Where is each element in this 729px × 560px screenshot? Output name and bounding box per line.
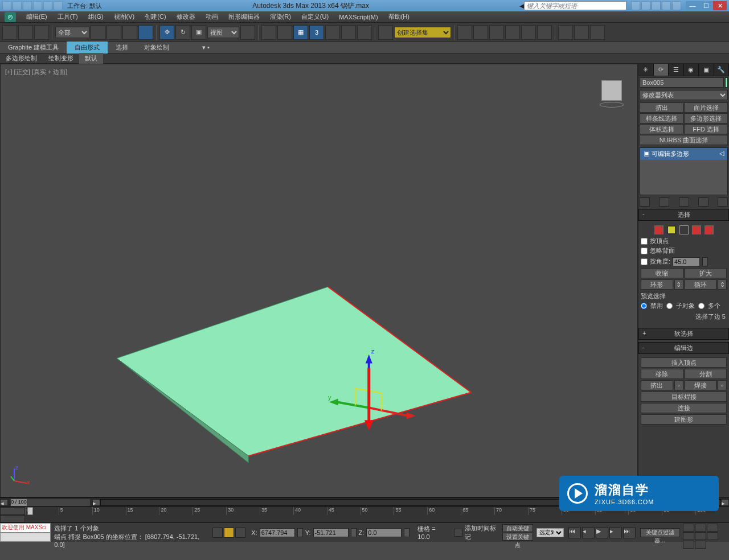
select-by-name-icon[interactable] xyxy=(107,25,121,40)
undo-icon[interactable] xyxy=(33,1,42,10)
curve-editor-icon[interactable] xyxy=(505,25,520,40)
open-icon[interactable] xyxy=(13,1,22,10)
autokey-button[interactable]: 自动关键点 xyxy=(502,524,533,532)
by-vertex-checkbox[interactable]: 按顶点 xyxy=(641,237,727,245)
menu-help[interactable]: 帮助(H) xyxy=(388,13,409,21)
btn-ffdsel[interactable]: FFD 选择 xyxy=(684,124,728,134)
btn-patchsel[interactable]: 面片选择 xyxy=(684,102,728,113)
window-crossing-icon[interactable] xyxy=(138,25,153,40)
goto-end-icon[interactable]: ⏭ xyxy=(623,527,636,538)
transform-typein-icon[interactable] xyxy=(235,528,245,538)
lock-selection-icon[interactable] xyxy=(212,528,223,538)
remove-mod-icon[interactable] xyxy=(698,197,708,207)
layers-icon[interactable] xyxy=(489,25,504,40)
x-input[interactable] xyxy=(260,528,295,537)
unlink-tool-icon[interactable] xyxy=(18,25,33,40)
preview-off-radio[interactable] xyxy=(641,303,647,309)
border-level-icon[interactable] xyxy=(679,225,689,234)
insert-vertex-button[interactable]: 插入顶点 xyxy=(641,357,727,368)
y-input[interactable] xyxy=(313,528,349,537)
edge-level-icon[interactable] xyxy=(667,225,676,234)
mirror-icon[interactable] xyxy=(457,25,472,40)
angle-value-input[interactable] xyxy=(673,257,700,266)
trackbar-btn1-icon[interactable] xyxy=(0,507,25,515)
app-logo-icon[interactable]: ⊚ xyxy=(5,12,16,22)
listener-output[interactable]: 欢迎使用 MAXSci xyxy=(0,523,51,533)
element-level-icon[interactable] xyxy=(705,225,714,234)
menu-views[interactable]: 视图(V) xyxy=(114,13,135,21)
pan-icon[interactable] xyxy=(707,532,718,540)
btn-splinesel[interactable]: 样条线选择 xyxy=(640,113,683,123)
move-tool-icon[interactable]: ✥ xyxy=(159,25,174,40)
ignore-backface-checkbox[interactable]: 忽略背面 xyxy=(641,246,727,255)
stack-item-editpoly[interactable]: ▣ 可编辑多边形◁ xyxy=(640,148,727,160)
z-input[interactable] xyxy=(366,528,402,537)
setkey-button[interactable]: 设置关键点 xyxy=(502,533,533,541)
selection-filter-dropdown[interactable]: 全部 xyxy=(55,27,89,38)
zoom-extents-all-icon[interactable] xyxy=(683,532,694,540)
prev-frame-icon[interactable]: ◂ xyxy=(582,527,595,538)
workspace-label[interactable]: 工作台: 默认 xyxy=(67,2,102,10)
ring-button[interactable]: 环形 xyxy=(641,279,673,290)
scale-tool-icon[interactable]: ▣ xyxy=(191,25,206,40)
unique-icon[interactable] xyxy=(679,197,689,207)
object-color-swatch[interactable] xyxy=(725,77,728,88)
help-icon[interactable] xyxy=(672,1,681,10)
ribbon-tab-objectpaint[interactable]: 对象绘制 xyxy=(136,42,177,53)
keyboard-shortcut-icon[interactable] xyxy=(277,25,292,40)
zoom-all-icon[interactable] xyxy=(695,524,706,532)
timetag-icon[interactable] xyxy=(454,529,462,537)
tab-hierarchy-icon[interactable]: ☰ xyxy=(669,64,684,76)
ribbon-tab-graphite[interactable]: Graphite 建模工具 xyxy=(0,42,67,53)
menu-edit[interactable]: 编辑(E) xyxy=(26,13,47,21)
tab-motion-icon[interactable]: ◉ xyxy=(684,64,699,76)
zoom-icon[interactable] xyxy=(683,524,694,532)
rollout-selection-header[interactable]: -选择 xyxy=(638,209,729,221)
edit-named-sel-icon[interactable] xyxy=(378,25,393,40)
maximize-button[interactable]: ☐ xyxy=(699,1,713,10)
max-toggle-icon[interactable] xyxy=(695,541,706,549)
menu-rendering[interactable]: 渲染(R) xyxy=(270,13,291,21)
track-left-icon[interactable]: ◂ xyxy=(0,499,8,506)
btn-polysel[interactable]: 多边形选择 xyxy=(684,113,728,123)
btn-volsel[interactable]: 体积选择 xyxy=(640,124,683,134)
tab-modify-icon[interactable]: ⟳ xyxy=(654,64,669,76)
x-spinner[interactable] xyxy=(297,528,303,537)
orbit-icon[interactable] xyxy=(683,541,694,549)
field-of-view-icon[interactable] xyxy=(695,532,706,540)
trackbar-btn2-icon[interactable] xyxy=(0,515,25,523)
select-manipulate-icon[interactable] xyxy=(261,25,276,40)
redo-icon[interactable] xyxy=(43,1,52,10)
menu-tools[interactable]: 工具(T) xyxy=(58,13,78,21)
extrude-edge-button[interactable]: 挤出 xyxy=(641,380,673,390)
spinner-snap-icon[interactable] xyxy=(357,25,372,40)
new-icon[interactable] xyxy=(2,1,11,10)
ring-spinner[interactable]: ⇕ xyxy=(674,279,683,290)
help-arrow-left-icon[interactable]: ◀ xyxy=(519,2,524,10)
save-icon[interactable] xyxy=(23,1,32,10)
modifier-list-dropdown[interactable]: 修改器列表 xyxy=(640,90,728,100)
add-time-tag[interactable]: 添加时间标记 xyxy=(465,524,498,541)
close-button[interactable]: ✕ xyxy=(713,1,727,10)
material-editor-icon[interactable] xyxy=(537,25,552,40)
menu-create[interactable]: 创建(C) xyxy=(145,13,166,21)
remove-button[interactable]: 移除 xyxy=(641,369,683,379)
rollout-softsel-header[interactable]: +软选择 xyxy=(638,328,729,340)
menu-maxscript[interactable]: MAXScript(M) xyxy=(339,14,378,20)
grow-button[interactable]: 扩大 xyxy=(685,268,727,278)
tab-create-icon[interactable]: ✳ xyxy=(638,64,654,76)
snap-3d-button[interactable]: 3 xyxy=(309,25,324,40)
select-region-icon[interactable] xyxy=(122,25,137,40)
object-name-input[interactable] xyxy=(640,77,724,88)
weld-button[interactable]: 焊接 xyxy=(685,380,717,390)
tab-display-icon[interactable]: ▣ xyxy=(699,64,714,76)
time-slider-thumb[interactable]: 0 / 100 xyxy=(10,499,27,507)
extrude-settings-icon[interactable]: ▫ xyxy=(674,380,683,390)
subtab-polydraw[interactable]: 多边形绘制 xyxy=(0,53,43,64)
modifier-stack[interactable]: ▣ 可编辑多边形◁ xyxy=(640,147,728,195)
weld-settings-icon[interactable]: ▫ xyxy=(718,380,727,390)
menu-grapheditors[interactable]: 图形编辑器 xyxy=(228,13,260,21)
align-icon[interactable] xyxy=(473,25,488,40)
target-weld-button[interactable]: 目标焊接 xyxy=(641,392,727,402)
ribbon-tab-selection[interactable]: 选择 xyxy=(108,42,136,53)
